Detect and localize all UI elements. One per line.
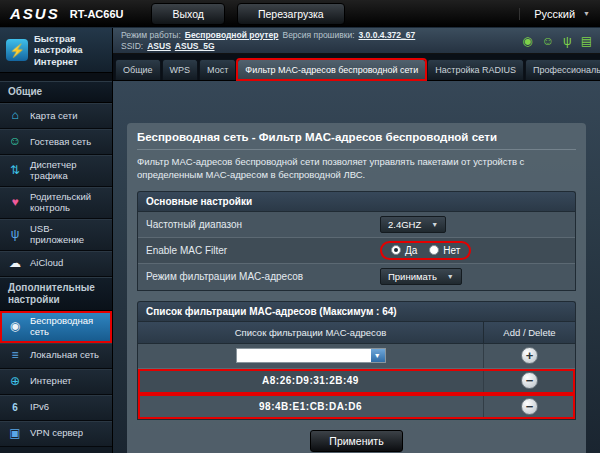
radio-no-dot[interactable] <box>429 245 439 255</box>
chevron-down-icon: ▼ <box>371 349 385 362</box>
mac-address-value: 98:4B:E1:CB:DA:D6 <box>138 401 483 412</box>
chevron-down-icon: ▼ <box>447 273 454 280</box>
page-description: Фильтр MAC-адресов беспроводной сети поз… <box>137 156 576 182</box>
mac-entry-row: 98:4B:E1:CB:DA:D6 − <box>138 394 575 419</box>
sidebar-item-label: Карта сети <box>30 111 77 122</box>
radio-no[interactable]: Нет <box>429 245 460 256</box>
band-select[interactable]: 2.4GHZ ▼ <box>380 216 446 233</box>
tab-general[interactable]: Общие <box>115 59 161 80</box>
mac-entry-row: A8:26:D9:31:2B:49 − <box>138 369 575 394</box>
reboot-button[interactable]: Перезагрузка <box>237 3 345 25</box>
chevron-down-icon: ▼ <box>431 221 438 228</box>
filter-mode-select-value: Принимать <box>388 271 437 282</box>
sidebar-item-label: Интернет <box>30 376 71 387</box>
chevron-down-icon: ▼ <box>583 10 590 17</box>
globe-icon: ⊕ <box>6 375 24 389</box>
radio-yes-dot[interactable] <box>391 245 401 255</box>
operation-mode-label: Режим работы: <box>121 30 181 40</box>
tab-wireless-mac-filter[interactable]: Фильтр MAC-адресов беспроводной сети <box>237 59 426 80</box>
sidebar-item-aicloud[interactable]: ☁ AiCloud <box>0 251 112 277</box>
sidebar-item-wan[interactable]: ⊕ Интернет <box>0 369 112 395</box>
status-text: Режим работы: Беспроводной роутер Версия… <box>121 30 415 51</box>
asus-logo: ASUS <box>10 5 60 22</box>
mac-entry-input-row: ▼ + <box>138 344 575 369</box>
tab-professional[interactable]: Профессионально <box>525 59 600 80</box>
sidebar-item-quick-setup[interactable]: ⚡ Быстрая настройка Интернет <box>0 28 112 73</box>
table-row-filter-mode: Режим фильтрации MAC-адресов Принимать ▼ <box>138 264 575 290</box>
firmware-version-link[interactable]: 3.0.0.4.372_67 <box>359 30 416 40</box>
radio-yes-label: Да <box>405 245 417 256</box>
mac-address-value: A8:26:D9:31:2B:49 <box>138 375 483 386</box>
sidebar-item-vpn-server[interactable]: ▣ VPN сервер <box>0 421 112 447</box>
mac-address-select[interactable]: ▼ <box>236 348 386 363</box>
top-bar: ASUS RT-AC66U Выход Перезагрузка Русский… <box>0 0 600 28</box>
status-icons: ◉ ☺ ψ ▤ <box>522 34 592 48</box>
sidebar: ⚡ Быстрая настройка Интернет Общие ⌂ Кар… <box>0 28 113 453</box>
router-admin-page: ASUS RT-AC66U Выход Перезагрузка Русский… <box>0 0 600 453</box>
column-header-mac: Список фильтрации MAC-адресов <box>138 322 483 343</box>
operation-mode-link[interactable]: Беспроводной роутер <box>185 30 279 40</box>
sidebar-item-label: Локальная сеть <box>30 350 99 361</box>
quick-setup-icon: ⚡ <box>6 39 28 61</box>
sidebar-item-label: VPN сервер <box>30 428 83 439</box>
ssid-primary-link[interactable]: ASUS <box>147 41 171 51</box>
sidebar-item-ipv6[interactable]: 6 IPv6 <box>0 395 112 421</box>
content-area: Беспроводная сеть - Фильтр MAC-адресов б… <box>113 81 600 453</box>
language-label: Русский <box>534 8 575 20</box>
tab-bridge[interactable]: Мост <box>199 59 236 80</box>
logout-button[interactable]: Выход <box>151 3 224 25</box>
sidebar-section-general: Общие <box>0 81 112 103</box>
delete-mac-button[interactable]: − <box>521 372 538 389</box>
status-bar: Режим работы: Беспроводной роутер Версия… <box>113 28 600 54</box>
sidebar-item-guest-network[interactable]: ☺ Гостевая сеть <box>0 129 112 155</box>
network-map-icon: ⌂ <box>6 109 24 123</box>
basic-settings-header: Основные настройки <box>137 191 576 211</box>
mac-filter-radio-group: Да Нет <box>380 241 471 260</box>
vpn-icon: ▣ <box>6 427 24 441</box>
sidebar-item-label: Диспетчер трафика <box>30 160 106 182</box>
language-selector[interactable]: Русский ▼ <box>519 8 590 20</box>
mac-list-header: Список фильтрации MAC-адресов (Максимум … <box>137 301 576 321</box>
mac-list-table: Список фильтрации MAC-адресов Add / Dele… <box>137 321 576 420</box>
sidebar-item-label: AiCloud <box>30 258 63 269</box>
sidebar-item-label: Гостевая сеть <box>30 137 91 148</box>
parental-control-icon: ♥ <box>6 196 24 210</box>
band-select-value: 2.4GHZ <box>388 219 421 230</box>
clients-status-icon[interactable]: ☺ <box>542 34 554 48</box>
sidebar-item-lan[interactable]: ≡ Локальная сеть <box>0 343 112 369</box>
router-model-label: RT-AC66U <box>70 8 124 20</box>
delete-mac-button[interactable]: − <box>521 398 538 415</box>
mac-filter-label: Enable MAC Filter <box>138 242 374 259</box>
ssid-secondary-link[interactable]: ASUS_5G <box>175 41 215 51</box>
usb-status-icon[interactable]: ψ <box>563 34 572 48</box>
printer-status-icon[interactable]: ▤ <box>581 34 592 48</box>
tab-bar: Общие WPS Мост Фильтр MAC-адресов беспро… <box>113 54 600 81</box>
sidebar-item-label: Беспроводная сеть <box>30 316 106 338</box>
page-title: Беспроводная сеть - Фильтр MAC-адресов б… <box>137 131 576 150</box>
mac-list-column-headers: Список фильтрации MAC-адресов Add / Dele… <box>138 322 575 344</box>
sidebar-item-traffic-manager[interactable]: ⇅ Диспетчер трафика <box>0 155 112 187</box>
sidebar-spacer <box>0 73 112 81</box>
add-mac-button[interactable]: + <box>521 347 538 364</box>
radio-no-label: Нет <box>443 245 460 256</box>
tab-wps[interactable]: WPS <box>162 59 199 80</box>
basic-settings-table: Частотный диапазон 2.4GHZ ▼ Enable MAC F… <box>137 211 576 291</box>
band-label: Частотный диапазон <box>138 216 374 233</box>
internet-status-icon[interactable]: ◉ <box>522 34 532 48</box>
sidebar-item-wireless[interactable]: ◉ Беспроводная сеть <box>0 311 112 343</box>
sidebar-item-label: Родительский контроль <box>30 192 106 214</box>
tab-radius[interactable]: Настройка RADIUS <box>427 59 524 80</box>
column-header-action: Add / Delete <box>483 322 575 343</box>
traffic-manager-icon: ⇅ <box>6 164 24 178</box>
lan-icon: ≡ <box>6 349 24 363</box>
sidebar-item-network-map[interactable]: ⌂ Карта сети <box>0 103 112 129</box>
cloud-icon: ☁ <box>6 257 24 271</box>
sidebar-item-usb-application[interactable]: ψ USB-приложение <box>0 219 112 251</box>
table-row-mac-filter: Enable MAC Filter Да Нет <box>138 238 575 264</box>
filter-mode-select[interactable]: Принимать ▼ <box>380 268 462 285</box>
apply-button[interactable]: Применить <box>310 430 402 452</box>
sidebar-item-parental-control[interactable]: ♥ Родительский контроль <box>0 187 112 219</box>
table-row-band: Частотный диапазон 2.4GHZ ▼ <box>138 212 575 238</box>
usb-icon: ψ <box>6 228 24 242</box>
radio-yes[interactable]: Да <box>391 245 417 256</box>
